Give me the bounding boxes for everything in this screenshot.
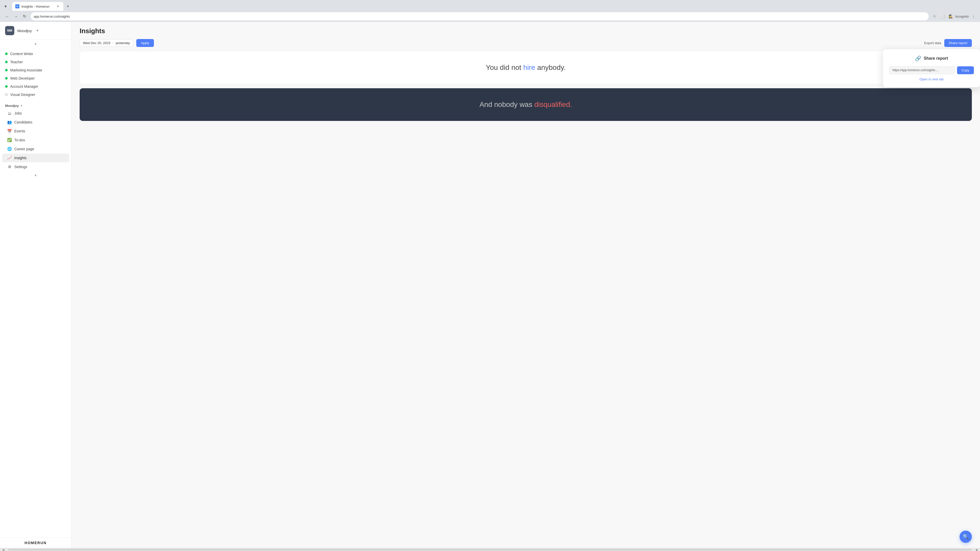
hire-highlight: hire — [523, 64, 535, 71]
job-item-visual-designer[interactable]: Visual Designer — [0, 91, 71, 99]
new-tab-button[interactable]: + — [64, 3, 72, 10]
job-label: Marketing Associate — [10, 68, 42, 72]
section-label[interactable]: Moodjoy ▼ — [5, 104, 66, 108]
jobs-icon: 🗂 — [7, 111, 12, 116]
nav-list: 🗂 Jobs 👥 Candidates 📅 Events ✅ To-dos 🌐 — [0, 109, 71, 171]
sidebar-item-todos[interactable]: ✅ To-dos — [2, 136, 69, 144]
split-view-button[interactable]: ⬜ — [939, 13, 946, 20]
share-report-button[interactable]: Share report — [944, 39, 972, 47]
status-dot-dashed — [5, 94, 8, 96]
scroll-left-button[interactable]: ◀ — [0, 547, 6, 551]
active-tab[interactable]: H Insights - Homerun ✕ — [12, 2, 63, 11]
share-url-input[interactable]: https://app.homerun.co/insights-... — [889, 66, 955, 74]
scroll-down-button[interactable]: ▼ — [33, 172, 39, 179]
hire-text-after: anybody. — [535, 64, 566, 71]
user-dropdown-icon[interactable]: ▼ — [36, 29, 39, 32]
disqualified-text-before: And nobody was — [479, 100, 535, 108]
date-from: Wed Dec 20, 2023 — [83, 41, 110, 45]
job-label: Teacher — [10, 60, 23, 64]
job-item-content-writer[interactable]: Content Writer — [0, 50, 71, 58]
candidates-icon: 👥 — [7, 120, 12, 124]
sidebar-item-candidates[interactable]: 👥 Candidates — [2, 118, 69, 127]
sidebar-item-settings[interactable]: ⚙ Settings — [2, 162, 69, 171]
page-title: Insights — [80, 27, 972, 35]
tab-bar: ▼ H Insights - Homerun ✕ + — [0, 0, 980, 11]
sidebar-item-career-page[interactable]: 🌐 Career page — [2, 144, 69, 153]
scroll-up-button[interactable]: ▲ — [33, 41, 39, 47]
scrollbar-track — [8, 549, 972, 551]
job-label: Visual Designer — [10, 93, 35, 97]
job-item-marketing-associate[interactable]: Marketing Associate — [0, 66, 71, 74]
tab-title: Insights - Homerun — [21, 5, 54, 8]
sidebar-item-insights[interactable]: 📈 Insights — [2, 154, 69, 162]
copy-button[interactable]: Copy — [957, 66, 974, 74]
homerun-logo: HOMERUN — [5, 541, 66, 545]
scroll-up-area: ▲ — [0, 40, 71, 48]
career-page-icon: 🌐 — [7, 147, 12, 151]
tab-list-button[interactable]: ▼ — [2, 3, 9, 10]
sidebar-item-label: To-dos — [14, 138, 25, 142]
job-item-account-manager[interactable]: Account Manager — [0, 83, 71, 91]
sidebar-item-label: Candidates — [14, 120, 32, 124]
scroll-right-button[interactable]: ▶ — [974, 547, 980, 551]
share-popup-header: 🔗 Share report — [889, 56, 974, 62]
open-in-new-tab-link[interactable]: Open in new tab — [889, 77, 974, 81]
sidebar-item-label: Insights — [14, 156, 27, 160]
nav-controls: ← → ↻ — [3, 12, 29, 21]
job-item-teacher[interactable]: Teacher — [0, 58, 71, 66]
section-chevron-icon: ▼ — [20, 104, 23, 107]
browser-actions: ☆ ⬜ 🕵 Incognito ⋮ — [931, 13, 977, 20]
export-button[interactable]: Export data — [924, 41, 941, 45]
share-popup-title: Share report — [924, 56, 948, 61]
date-range[interactable]: Wed Dec 20, 2023 - yesterday — [80, 39, 133, 47]
browser-chrome: ▼ H Insights - Homerun ✕ + ← → ↻ app.hom… — [0, 0, 980, 22]
sidebar-header: MM Moodjoy ▼ — [0, 22, 71, 40]
sidebar: MM Moodjoy ▼ ▲ Content Writer Teacher — [0, 22, 72, 548]
events-icon: 📅 — [7, 129, 12, 133]
user-name: Moodjoy — [18, 29, 32, 33]
job-label: Account Manager — [10, 84, 38, 89]
date-to: yesterday — [116, 41, 130, 45]
job-label: Web Developer — [10, 76, 35, 80]
sidebar-footer: HOMERUN — [0, 537, 71, 548]
menu-button[interactable]: ⋮ — [970, 13, 977, 20]
sidebar-item-label: Settings — [14, 165, 27, 169]
insights-icon: 📈 — [7, 156, 12, 160]
sidebar-item-jobs[interactable]: 🗂 Jobs — [2, 109, 69, 118]
tab-favicon: H — [15, 4, 19, 8]
reload-button[interactable]: ↻ — [21, 12, 29, 21]
scroll-down-area: ▼ — [0, 171, 71, 179]
sidebar-item-label: Career page — [14, 147, 34, 151]
disqualified-highlight: disqualified. — [534, 100, 572, 108]
job-label: Content Writer — [10, 52, 33, 56]
bottom-scrollbar: ◀ ▶ — [0, 548, 980, 551]
tab-close-button[interactable]: ✕ — [56, 4, 60, 9]
sidebar-item-label: Jobs — [14, 111, 22, 115]
search-fab-icon: 🔍 — [963, 534, 969, 540]
back-button[interactable]: ← — [3, 12, 11, 21]
address-bar: ← → ↻ app.homerun.co/insights ☆ ⬜ 🕵 Inco… — [0, 11, 980, 22]
search-fab[interactable]: 🔍 — [959, 530, 972, 543]
sidebar-section: Moodjoy ▼ — [0, 101, 71, 109]
status-dot — [5, 77, 8, 79]
hire-panel: You did not hire anybody. — [80, 51, 972, 84]
status-dot — [5, 85, 8, 88]
section-name: Moodjoy — [5, 104, 19, 108]
forward-button[interactable]: → — [12, 12, 20, 21]
hire-panel-text: You did not hire anybody. — [88, 64, 963, 72]
tab-left-controls: ▼ — [2, 3, 9, 10]
disqualified-panel-text: And nobody was disqualified. — [88, 100, 964, 109]
sidebar-item-events[interactable]: 📅 Events — [2, 127, 69, 135]
toolbar: Wed Dec 20, 2023 - yesterday Apply Expor… — [72, 35, 980, 51]
address-input[interactable]: app.homerun.co/insights — [30, 12, 929, 21]
address-url: app.homerun.co/insights — [34, 14, 70, 18]
job-item-web-developer[interactable]: Web Developer — [0, 74, 71, 83]
bookmark-button[interactable]: ☆ — [931, 13, 938, 20]
page-header: Insights — [72, 22, 980, 35]
todos-icon: ✅ — [7, 138, 12, 142]
share-popup: 🔗 Share report https://app.homerun.co/in… — [883, 49, 980, 87]
status-dot — [5, 52, 8, 55]
incognito-button[interactable]: 🕵 — [947, 13, 954, 20]
apply-button[interactable]: Apply — [136, 39, 154, 47]
avatar: MM — [5, 26, 14, 35]
